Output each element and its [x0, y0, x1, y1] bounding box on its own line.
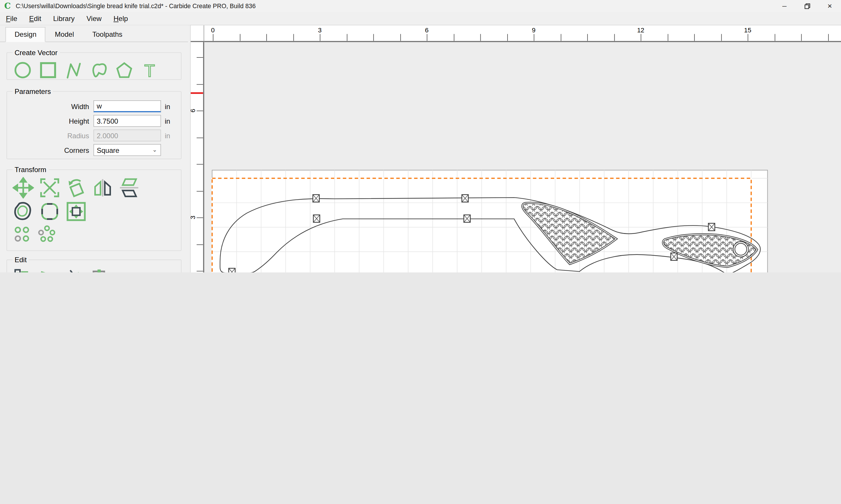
ruler-tick	[453, 34, 454, 41]
ruler-tick	[614, 34, 615, 41]
ruler-tick	[266, 34, 267, 41]
tab-design[interactable]: Design	[5, 27, 46, 42]
ruler-tick	[534, 34, 534, 41]
node-marker[interactable]	[462, 195, 468, 202]
corners-select[interactable]: Square ⌄	[93, 144, 161, 156]
create-vector-group: Create Vector T	[6, 49, 181, 80]
circle-tool-icon[interactable]	[13, 60, 33, 80]
menu-edit[interactable]: Edit	[23, 13, 47, 23]
height-input[interactable]: 3.7500	[93, 115, 161, 127]
height-unit: in	[161, 117, 170, 125]
ruler-tick	[196, 84, 203, 85]
linear-array-tool-icon[interactable]	[13, 224, 32, 244]
width-row: Width w in	[12, 100, 177, 112]
polygon-tool-icon[interactable]	[114, 60, 134, 80]
ruler-tick	[694, 34, 695, 41]
corners-value: Square	[97, 146, 119, 154]
corners-row: Corners Square ⌄	[12, 144, 177, 156]
width-input[interactable]: w	[93, 100, 161, 112]
boolean-tool-icon[interactable]	[88, 267, 109, 272]
restore-button[interactable]	[796, 0, 819, 12]
mirror-horizontal-tool-icon[interactable]	[92, 177, 114, 199]
edit-group: Edit	[6, 256, 181, 272]
ruler-tick	[293, 34, 294, 41]
node-marker[interactable]	[229, 268, 235, 272]
ruler-x-label: 15	[744, 26, 751, 34]
ruler-tick	[213, 34, 213, 41]
scale-tool-icon[interactable]	[39, 177, 61, 199]
ruler-red-marker	[191, 92, 203, 94]
ruler-x-label: 9	[532, 26, 535, 34]
node-marker[interactable]	[313, 215, 320, 222]
rectangle-tool-icon[interactable]	[38, 60, 58, 80]
ruler-x-label: 12	[637, 26, 645, 34]
application-window: C C:\Users\willa\Downloads\Single bread …	[0, 0, 841, 272]
close-button[interactable]: ✕	[819, 0, 841, 12]
transform-title: Transform	[13, 166, 49, 174]
ruler-tick	[668, 34, 668, 41]
ruler-tick	[480, 34, 481, 41]
menu-view[interactable]: View	[81, 13, 107, 23]
ruler-corner	[191, 25, 204, 42]
radius-label: Radius	[12, 131, 93, 140]
height-row: Height 3.7500 in	[12, 115, 177, 127]
ruler-tick	[748, 34, 748, 41]
move-tool-icon[interactable]	[13, 177, 34, 199]
ruler-tick	[801, 34, 802, 41]
ruler-tick	[347, 34, 347, 41]
ruler-tick	[196, 244, 203, 245]
drawing-viewport[interactable]	[204, 42, 841, 272]
ruler-tick	[320, 34, 320, 41]
svg-text:T: T	[144, 61, 155, 80]
curve-tool-icon[interactable]	[88, 60, 109, 80]
radius-input: 2.0000	[93, 129, 161, 142]
tab-toolpaths[interactable]: Toolpaths	[83, 27, 132, 42]
fit-to-size-tool-icon[interactable]	[65, 201, 87, 222]
tab-model[interactable]: Model	[46, 27, 83, 42]
lanyard-hole-inner	[735, 243, 747, 255]
edit-title: Edit	[13, 256, 29, 264]
window-title: C:\Users\willa\Downloads\Single bread kn…	[16, 3, 256, 9]
menu-bar: File Edit Library View Help	[0, 12, 841, 25]
minimize-button[interactable]: ─	[773, 0, 796, 12]
text-tool-icon[interactable]: T	[139, 60, 160, 80]
menu-help[interactable]: Help	[107, 13, 134, 23]
parameters-group: Parameters Width w in Height 3.7500 in R…	[6, 88, 181, 159]
restore-icon	[804, 3, 810, 9]
design-panel: Design Model Toolpaths Create Vector T	[0, 25, 188, 272]
menu-library[interactable]: Library	[47, 13, 81, 23]
node-marker[interactable]	[708, 223, 715, 231]
parameters-title: Parameters	[13, 88, 53, 96]
polyline-tool-icon[interactable]	[63, 60, 84, 80]
radius-unit: in	[161, 131, 170, 140]
ruler-y-label: 3	[191, 216, 197, 219]
edit-nodes-tool-icon[interactable]	[13, 267, 33, 272]
ruler-tick	[560, 34, 561, 41]
mirror-vertical-tool-icon[interactable]	[118, 177, 140, 199]
app-logo-icon: C	[4, 2, 12, 10]
transform-group: Transform	[6, 166, 181, 251]
round-corners-tool-icon[interactable]	[39, 201, 61, 222]
fillet-tool-icon[interactable]	[38, 267, 58, 272]
node-marker[interactable]	[671, 253, 677, 260]
circular-array-tool-icon[interactable]	[37, 224, 56, 244]
panel-tab-bar: Design Model Toolpaths	[0, 27, 188, 42]
node-marker[interactable]	[313, 195, 319, 202]
ruler-tick	[196, 164, 203, 164]
ruler-x-label: 0	[211, 26, 214, 34]
trim-vectors-tool-icon[interactable]	[63, 267, 84, 272]
create-vector-title: Create Vector	[13, 49, 60, 57]
vertical-ruler: 630-3	[191, 42, 204, 272]
ruler-tick	[239, 34, 240, 41]
stock-rectangle	[212, 170, 768, 272]
ruler-tick	[587, 34, 588, 41]
width-unit: in	[161, 102, 170, 110]
ruler-tick	[721, 34, 722, 41]
ruler-tick	[373, 34, 374, 41]
ruler-tick	[196, 191, 203, 191]
corners-label: Corners	[12, 146, 93, 154]
menu-file[interactable]: File	[0, 13, 23, 23]
offset-vectors-tool-icon[interactable]	[13, 201, 34, 222]
rotate-tool-icon[interactable]	[65, 177, 87, 199]
node-marker[interactable]	[464, 215, 470, 222]
